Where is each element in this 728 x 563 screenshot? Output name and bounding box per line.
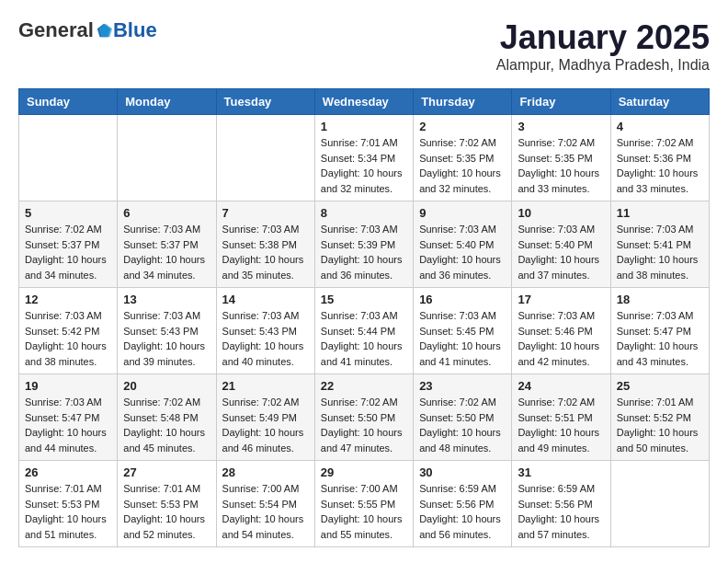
day-number: 3 — [518, 120, 604, 133]
day-info: Sunrise: 7:03 AM Sunset: 5:46 PM Dayligh… — [518, 308, 604, 369]
calendar-cell — [610, 461, 709, 547]
day-info: Sunrise: 7:00 AM Sunset: 5:54 PM Dayligh… — [222, 481, 309, 542]
day-info: Sunrise: 7:03 AM Sunset: 5:40 PM Dayligh… — [419, 222, 506, 282]
calendar-table: SundayMondayTuesdayWednesdayThursdayFrid… — [18, 88, 710, 547]
calendar-cell: 23Sunrise: 7:02 AM Sunset: 5:50 PM Dayli… — [414, 374, 512, 461]
calendar-cell: 28Sunrise: 7:00 AM Sunset: 5:54 PM Dayli… — [216, 461, 314, 547]
title-block: January 2025 Alampur, Madhya Pradesh, In… — [496, 18, 710, 74]
page-header: General Blue January 2025 Alampur, Madhy… — [18, 18, 710, 74]
day-number: 13 — [123, 293, 210, 306]
day-info: Sunrise: 7:00 AM Sunset: 5:55 PM Dayligh… — [321, 481, 407, 542]
calendar-cell: 7Sunrise: 7:03 AM Sunset: 5:38 PM Daylig… — [216, 201, 314, 288]
calendar-cell: 3Sunrise: 7:02 AM Sunset: 5:35 PM Daylig… — [512, 115, 610, 201]
day-info: Sunrise: 7:03 AM Sunset: 5:41 PM Dayligh… — [617, 222, 703, 282]
calendar-week-row: 26Sunrise: 7:01 AM Sunset: 5:53 PM Dayli… — [19, 461, 710, 547]
day-number: 7 — [222, 206, 309, 220]
calendar-cell: 2Sunrise: 7:02 AM Sunset: 5:35 PM Daylig… — [414, 115, 512, 201]
svg-marker-1 — [99, 24, 112, 37]
logo-icon — [96, 22, 112, 39]
month-title: January 2025 — [496, 18, 710, 57]
day-info: Sunrise: 7:01 AM Sunset: 5:53 PM Dayligh… — [25, 481, 111, 542]
day-number: 20 — [123, 379, 210, 393]
calendar-cell: 20Sunrise: 7:02 AM Sunset: 5:48 PM Dayli… — [118, 374, 216, 461]
day-number: 8 — [321, 206, 407, 220]
day-info: Sunrise: 7:03 AM Sunset: 5:40 PM Dayligh… — [518, 222, 604, 282]
logo: General Blue — [18, 18, 157, 42]
day-number: 14 — [222, 293, 309, 306]
weekday-header-friday: Friday — [512, 89, 610, 115]
calendar-cell: 15Sunrise: 7:03 AM Sunset: 5:44 PM Dayli… — [314, 288, 413, 374]
day-info: Sunrise: 7:02 AM Sunset: 5:48 PM Dayligh… — [123, 395, 210, 455]
logo-blue-text: Blue — [113, 18, 157, 42]
calendar-cell: 10Sunrise: 7:03 AM Sunset: 5:40 PM Dayli… — [512, 201, 610, 288]
calendar-cell: 12Sunrise: 7:03 AM Sunset: 5:42 PM Dayli… — [19, 288, 118, 374]
calendar-cell: 27Sunrise: 7:01 AM Sunset: 5:53 PM Dayli… — [118, 461, 216, 547]
day-info: Sunrise: 7:02 AM Sunset: 5:35 PM Dayligh… — [518, 135, 604, 196]
calendar-cell: 8Sunrise: 7:03 AM Sunset: 5:39 PM Daylig… — [314, 201, 413, 288]
calendar-cell: 21Sunrise: 7:02 AM Sunset: 5:49 PM Dayli… — [216, 374, 314, 461]
day-number: 24 — [518, 379, 604, 393]
calendar-cell: 6Sunrise: 7:03 AM Sunset: 5:37 PM Daylig… — [118, 201, 216, 288]
day-info: Sunrise: 7:01 AM Sunset: 5:53 PM Dayligh… — [123, 481, 210, 542]
weekday-header-monday: Monday — [118, 89, 216, 115]
day-info: Sunrise: 7:03 AM Sunset: 5:43 PM Dayligh… — [123, 308, 210, 369]
calendar-cell: 13Sunrise: 7:03 AM Sunset: 5:43 PM Dayli… — [118, 288, 216, 374]
day-number: 1 — [321, 120, 407, 133]
day-number: 23 — [419, 379, 506, 393]
weekday-header-wednesday: Wednesday — [314, 89, 413, 115]
day-number: 21 — [222, 379, 309, 393]
day-number: 16 — [419, 293, 506, 306]
day-info: Sunrise: 7:02 AM Sunset: 5:35 PM Dayligh… — [419, 135, 506, 196]
calendar-cell: 1Sunrise: 7:01 AM Sunset: 5:34 PM Daylig… — [314, 115, 413, 201]
location-subtitle: Alampur, Madhya Pradesh, India — [496, 57, 710, 74]
calendar-week-row: 19Sunrise: 7:03 AM Sunset: 5:47 PM Dayli… — [19, 374, 710, 461]
day-number: 26 — [25, 465, 111, 479]
day-number: 9 — [419, 206, 506, 220]
day-number: 10 — [518, 206, 604, 220]
day-number: 28 — [222, 465, 309, 479]
calendar-cell: 18Sunrise: 7:03 AM Sunset: 5:47 PM Dayli… — [610, 288, 709, 374]
day-info: Sunrise: 6:59 AM Sunset: 5:56 PM Dayligh… — [518, 481, 604, 542]
day-number: 17 — [518, 293, 604, 306]
day-number: 2 — [419, 120, 506, 133]
day-number: 27 — [123, 465, 210, 479]
day-number: 12 — [25, 293, 111, 306]
day-number: 4 — [617, 120, 703, 133]
calendar-cell: 11Sunrise: 7:03 AM Sunset: 5:41 PM Dayli… — [610, 201, 709, 288]
day-number: 22 — [321, 379, 407, 393]
day-number: 29 — [321, 465, 407, 479]
logo-general-text: General — [18, 18, 94, 42]
calendar-week-row: 1Sunrise: 7:01 AM Sunset: 5:34 PM Daylig… — [19, 115, 710, 201]
day-info: Sunrise: 7:03 AM Sunset: 5:37 PM Dayligh… — [123, 222, 210, 282]
day-info: Sunrise: 7:02 AM Sunset: 5:51 PM Dayligh… — [518, 395, 604, 455]
calendar-cell — [118, 115, 216, 201]
day-number: 31 — [518, 465, 604, 479]
weekday-header-tuesday: Tuesday — [216, 89, 314, 115]
day-info: Sunrise: 7:03 AM Sunset: 5:38 PM Dayligh… — [222, 222, 309, 282]
day-number: 6 — [123, 206, 210, 220]
day-info: Sunrise: 7:03 AM Sunset: 5:42 PM Dayligh… — [25, 308, 111, 369]
calendar-cell — [19, 115, 118, 201]
weekday-header-saturday: Saturday — [610, 89, 709, 115]
calendar-week-row: 5Sunrise: 7:02 AM Sunset: 5:37 PM Daylig… — [19, 201, 710, 288]
calendar-week-row: 12Sunrise: 7:03 AM Sunset: 5:42 PM Dayli… — [19, 288, 710, 374]
day-number: 15 — [321, 293, 407, 306]
calendar-cell: 26Sunrise: 7:01 AM Sunset: 5:53 PM Dayli… — [19, 461, 118, 547]
calendar-cell: 17Sunrise: 7:03 AM Sunset: 5:46 PM Dayli… — [512, 288, 610, 374]
day-number: 11 — [617, 206, 703, 220]
calendar-cell — [216, 115, 314, 201]
day-info: Sunrise: 7:01 AM Sunset: 5:52 PM Dayligh… — [617, 395, 703, 455]
day-info: Sunrise: 7:02 AM Sunset: 5:50 PM Dayligh… — [321, 395, 407, 455]
calendar-cell: 9Sunrise: 7:03 AM Sunset: 5:40 PM Daylig… — [414, 201, 512, 288]
calendar-cell: 14Sunrise: 7:03 AM Sunset: 5:43 PM Dayli… — [216, 288, 314, 374]
day-info: Sunrise: 7:01 AM Sunset: 5:34 PM Dayligh… — [321, 135, 407, 196]
calendar-cell: 24Sunrise: 7:02 AM Sunset: 5:51 PM Dayli… — [512, 374, 610, 461]
calendar-cell: 22Sunrise: 7:02 AM Sunset: 5:50 PM Dayli… — [314, 374, 413, 461]
weekday-header-sunday: Sunday — [19, 89, 118, 115]
calendar-cell: 30Sunrise: 6:59 AM Sunset: 5:56 PM Dayli… — [414, 461, 512, 547]
day-number: 18 — [617, 293, 703, 306]
day-number: 5 — [25, 206, 111, 220]
day-info: Sunrise: 7:02 AM Sunset: 5:49 PM Dayligh… — [222, 395, 309, 455]
day-number: 30 — [419, 465, 506, 479]
calendar-cell: 16Sunrise: 7:03 AM Sunset: 5:45 PM Dayli… — [414, 288, 512, 374]
